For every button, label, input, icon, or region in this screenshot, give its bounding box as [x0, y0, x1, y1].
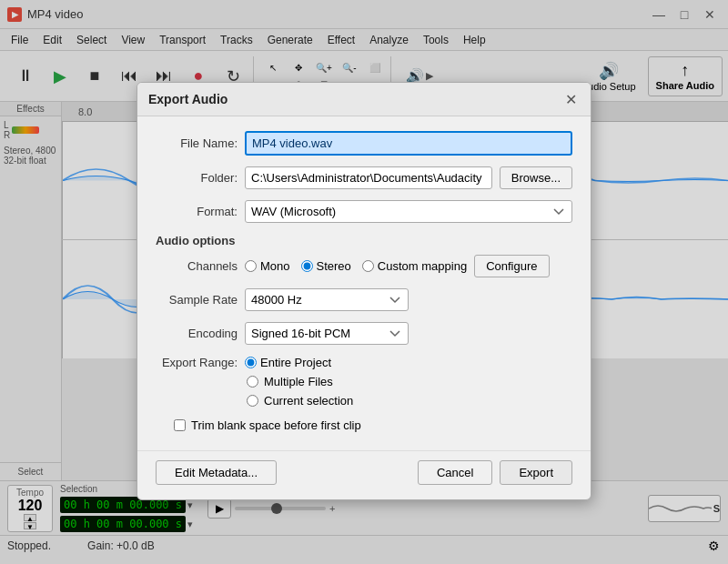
format-select[interactable]: WAV (Microsoft) MP3 FLAC OGG Vorbis AIFF: [245, 200, 572, 223]
folder-label: Folder:: [156, 171, 238, 185]
channels-label: Channels: [156, 259, 238, 273]
encoding-row: Encoding Signed 16-bit PCM Signed 24-bit…: [156, 322, 572, 345]
export-range-section: Export Range: Entire Project Multiple Fi…: [156, 356, 572, 408]
export-range-label: Export Range:: [156, 356, 238, 369]
stereo-option[interactable]: Stereo: [301, 259, 351, 273]
modal-title: Export Audio: [148, 92, 228, 106]
format-label: Format:: [156, 205, 238, 218]
stereo-radio[interactable]: [301, 260, 313, 272]
cancel-button[interactable]: Cancel: [418, 460, 492, 485]
modal-overlay: Export Audio ✕ File Name: Folder: Browse…: [0, 0, 728, 564]
channels-row: Channels Mono Stereo Custom mapping: [156, 255, 572, 277]
modal-footer: Edit Metadata... Cancel Export: [137, 450, 591, 499]
edit-metadata-button[interactable]: Edit Metadata...: [156, 460, 277, 485]
custom-mapping-option[interactable]: Custom mapping: [362, 259, 467, 273]
sample-rate-label: Sample Rate: [156, 293, 238, 307]
sample-rate-row: Sample Rate 8000 Hz 16000 Hz 22050 Hz 44…: [156, 288, 572, 311]
encoding-label: Encoding: [156, 327, 238, 340]
current-selection-radio[interactable]: [247, 395, 258, 407]
current-selection-option[interactable]: Current selection: [247, 394, 572, 408]
encoding-select[interactable]: Signed 16-bit PCM Signed 24-bit PCM Sign…: [245, 322, 409, 345]
modal-body: File Name: Folder: Browse... Format: WAV…: [137, 116, 591, 447]
mono-option[interactable]: Mono: [245, 259, 290, 273]
file-name-input[interactable]: [245, 131, 572, 156]
folder-input[interactable]: [245, 166, 492, 189]
file-name-row: File Name:: [156, 131, 572, 156]
sample-rate-select[interactable]: 8000 Hz 16000 Hz 22050 Hz 44100 Hz 48000…: [245, 288, 409, 311]
range-options-group: Multiple Files Current selection: [247, 375, 572, 408]
trim-checkbox-row: Trim blank space before first clip: [174, 418, 572, 432]
mono-radio[interactable]: [245, 260, 257, 272]
entire-project-option[interactable]: Entire Project: [245, 356, 331, 369]
browse-button[interactable]: Browse...: [500, 166, 572, 189]
modal-titlebar: Export Audio ✕: [137, 83, 591, 116]
audio-options-title: Audio options: [156, 234, 235, 247]
modal-close-button[interactable]: ✕: [561, 90, 580, 108]
trim-label: Trim blank space before first clip: [191, 418, 361, 432]
trim-checkbox[interactable]: [174, 419, 186, 431]
configure-button[interactable]: Configure: [474, 255, 549, 277]
multiple-files-option[interactable]: Multiple Files: [247, 375, 572, 388]
audio-options-section: Audio options: [156, 234, 572, 247]
file-name-label: File Name:: [156, 136, 238, 150]
folder-row: Folder: Browse...: [156, 166, 572, 189]
entire-project-radio[interactable]: [245, 357, 257, 368]
export-audio-dialog: Export Audio ✕ File Name: Folder: Browse…: [136, 82, 592, 500]
format-row: Format: WAV (Microsoft) MP3 FLAC OGG Vor…: [156, 200, 572, 223]
multiple-files-radio[interactable]: [247, 376, 258, 388]
custom-radio[interactable]: [362, 260, 374, 272]
export-button[interactable]: Export: [500, 460, 572, 485]
channels-radio-group: Mono Stereo Custom mapping: [245, 259, 467, 273]
export-range-header: Export Range: Entire Project: [156, 356, 572, 369]
